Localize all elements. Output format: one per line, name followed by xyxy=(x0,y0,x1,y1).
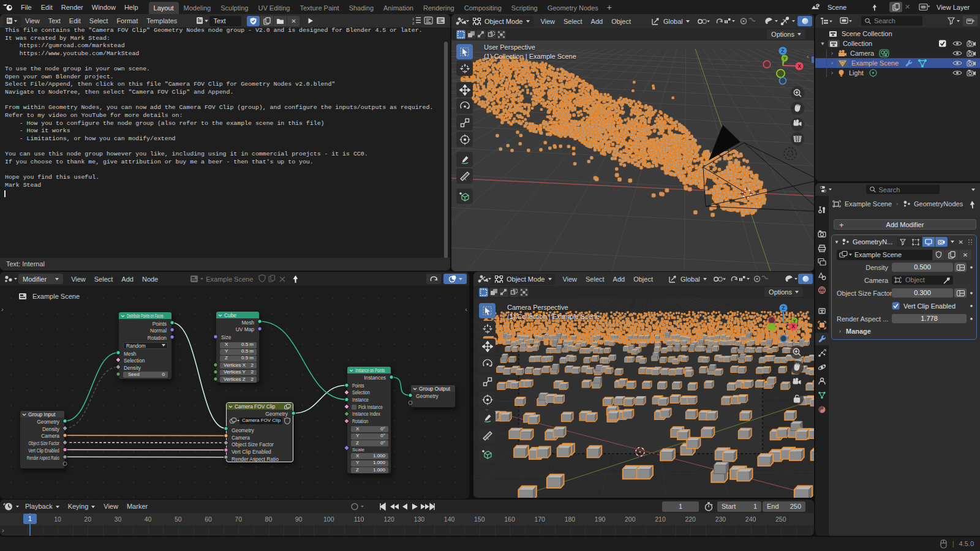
svg-text:1: 1 xyxy=(412,17,415,21)
svg-text:Y: Y xyxy=(783,56,786,61)
svg-text:Z: Z xyxy=(782,305,785,311)
svg-text:X: X xyxy=(797,63,801,69)
svg-text:2: 2 xyxy=(412,21,415,25)
svg-text:Z: Z xyxy=(781,48,784,54)
svg-text:‹: ‹ xyxy=(805,310,808,317)
svg-text:X: X xyxy=(791,323,795,329)
svg-text:‹: ‹ xyxy=(807,53,809,60)
